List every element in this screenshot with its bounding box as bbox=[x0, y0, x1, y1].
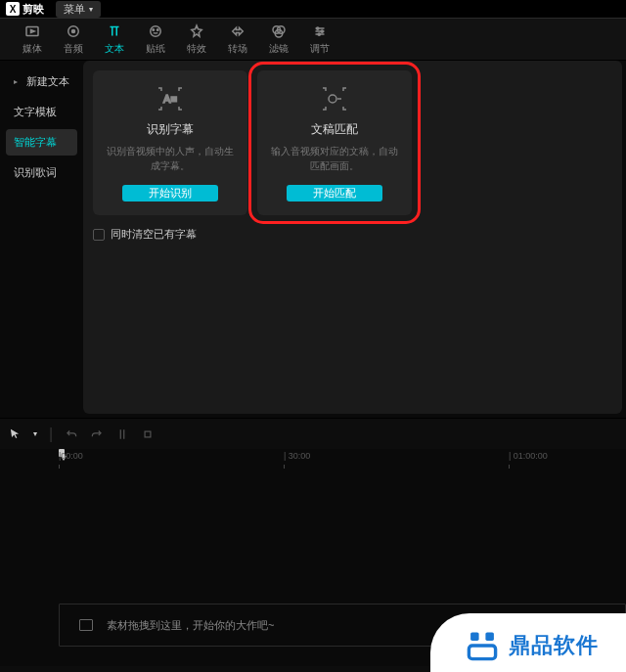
tab-filter[interactable]: 滤镜 bbox=[258, 22, 299, 56]
sidebar-item-label: 智能字幕 bbox=[14, 135, 57, 150]
cursor-tool[interactable] bbox=[8, 427, 22, 441]
svg-point-13 bbox=[329, 95, 336, 103]
track-placeholder-text: 素材拖拽到这里，开始你的大作吧~ bbox=[107, 618, 274, 633]
tab-label: 特效 bbox=[187, 42, 206, 56]
watermark: 鼎品软件 bbox=[430, 613, 626, 672]
sidebar-item-lyrics[interactable]: 识别歌词 bbox=[6, 159, 77, 186]
toolbar-tabs: 媒体 音频 文本 贴纸 特效 转场 滤镜 调节 bbox=[0, 18, 626, 61]
svg-rect-14 bbox=[145, 431, 151, 437]
effects-icon bbox=[188, 22, 205, 40]
watermark-text: 鼎品软件 bbox=[509, 631, 599, 660]
svg-point-9 bbox=[317, 27, 319, 29]
cards-row: A≡ 识别字幕 识别音视频中的人声，自动生成字幕。 开始识别 文稿匹配 输入音视… bbox=[93, 70, 612, 215]
card-desc: 识别音视频中的人声，自动生成字幕。 bbox=[103, 144, 238, 173]
titlebar: X 剪映 菜单 ▾ bbox=[0, 0, 626, 18]
expand-icon: ▸ bbox=[14, 77, 18, 86]
media-icon bbox=[23, 22, 41, 40]
sidebar-item-label: 文字模板 bbox=[14, 105, 57, 119]
tab-label: 贴纸 bbox=[146, 42, 165, 56]
menu-dropdown[interactable]: 菜单 ▾ bbox=[56, 1, 101, 18]
app-name: 剪映 bbox=[22, 2, 44, 17]
split-button[interactable] bbox=[115, 427, 129, 441]
tab-label: 文本 bbox=[105, 42, 124, 56]
svg-point-10 bbox=[321, 30, 323, 32]
script-match-icon bbox=[315, 84, 354, 113]
tab-label: 滤镜 bbox=[269, 42, 289, 56]
tab-label: 转场 bbox=[228, 42, 247, 56]
svg-point-4 bbox=[153, 29, 155, 31]
redo-button[interactable] bbox=[90, 427, 104, 441]
sticker-icon bbox=[147, 22, 164, 40]
menu-label: 菜单 bbox=[64, 2, 85, 17]
tab-label: 媒体 bbox=[22, 42, 42, 56]
tab-media[interactable]: 媒体 bbox=[12, 22, 53, 56]
sidebar-item-label: 识别歌词 bbox=[14, 165, 57, 180]
clear-subtitle-checkbox-row[interactable]: 同时清空已有字幕 bbox=[93, 227, 612, 242]
card-desc: 输入音视频对应的文稿，自动匹配画面。 bbox=[267, 144, 402, 173]
checkbox-label: 同时清空已有字幕 bbox=[111, 227, 197, 242]
main-panel: ▸ 新建文本 文字模板 智能字幕 识别歌词 A≡ 识别字幕 识别音视频中的人声，… bbox=[0, 61, 626, 418]
svg-point-3 bbox=[151, 26, 161, 37]
tab-adjust[interactable]: 调节 bbox=[299, 22, 340, 56]
sidebar-item-label: 新建文本 bbox=[26, 74, 69, 89]
card-title: 识别字幕 bbox=[147, 121, 194, 138]
timeline-ruler[interactable]: |00:00 | 30:00 | 01:00:00 bbox=[0, 449, 626, 470]
sidebar-item-template[interactable]: 文字模板 bbox=[6, 99, 77, 125]
chevron-down-icon: ▾ bbox=[89, 5, 93, 14]
content-area: A≡ 识别字幕 识别音视频中的人声，自动生成字幕。 开始识别 文稿匹配 输入音视… bbox=[83, 61, 622, 414]
svg-point-5 bbox=[157, 29, 159, 31]
text-icon bbox=[106, 22, 123, 40]
checkbox-icon[interactable] bbox=[93, 229, 105, 241]
timeline-toolbar: ▾ | bbox=[0, 418, 626, 449]
ruler-mark: | 30:00 bbox=[284, 451, 310, 461]
delete-button[interactable] bbox=[141, 427, 155, 441]
filter-icon bbox=[270, 22, 288, 40]
svg-rect-15 bbox=[470, 632, 479, 641]
svg-rect-17 bbox=[469, 646, 495, 659]
tab-text[interactable]: 文本 bbox=[94, 22, 135, 56]
undo-button[interactable] bbox=[65, 427, 78, 441]
svg-rect-16 bbox=[485, 632, 494, 641]
tab-transition[interactable]: 转场 bbox=[217, 22, 258, 56]
tab-label: 调节 bbox=[310, 42, 330, 56]
svg-point-11 bbox=[318, 33, 320, 35]
clip-icon bbox=[79, 619, 93, 631]
start-match-button[interactable]: 开始匹配 bbox=[287, 185, 382, 202]
card-script-match: 文稿匹配 输入音视频对应的文稿，自动匹配画面。 开始匹配 bbox=[257, 70, 412, 215]
tab-sticker[interactable]: 贴纸 bbox=[135, 22, 176, 56]
tab-label: 音频 bbox=[64, 42, 83, 56]
sidebar-item-new-text[interactable]: ▸ 新建文本 bbox=[6, 68, 77, 95]
start-recognize-button[interactable]: 开始识别 bbox=[122, 185, 218, 202]
ruler-mark: | 01:00:00 bbox=[509, 451, 548, 461]
tab-effects[interactable]: 特效 bbox=[176, 22, 217, 56]
tab-audio[interactable]: 音频 bbox=[53, 22, 94, 56]
audio-icon bbox=[65, 22, 82, 40]
subtitle-icon: A≡ bbox=[151, 84, 190, 113]
transition-icon bbox=[229, 22, 246, 40]
logo-icon: X bbox=[6, 2, 20, 16]
card-recognize-subtitle: A≡ 识别字幕 识别音视频中的人声，自动生成字幕。 开始识别 bbox=[93, 70, 247, 215]
svg-point-2 bbox=[72, 30, 75, 33]
adjust-icon bbox=[311, 22, 329, 40]
sidebar-item-smart-subtitle[interactable]: 智能字幕 bbox=[6, 129, 77, 156]
sidebar: ▸ 新建文本 文字模板 智能字幕 识别歌词 bbox=[0, 61, 83, 418]
cursor-dropdown-icon[interactable]: ▾ bbox=[33, 429, 37, 438]
watermark-icon bbox=[466, 629, 499, 662]
svg-text:A≡: A≡ bbox=[163, 93, 177, 105]
card-title: 文稿匹配 bbox=[311, 121, 358, 138]
app-logo: X 剪映 bbox=[6, 2, 44, 17]
ruler-mark: |00:00 bbox=[59, 451, 83, 461]
separator: | bbox=[49, 426, 53, 443]
